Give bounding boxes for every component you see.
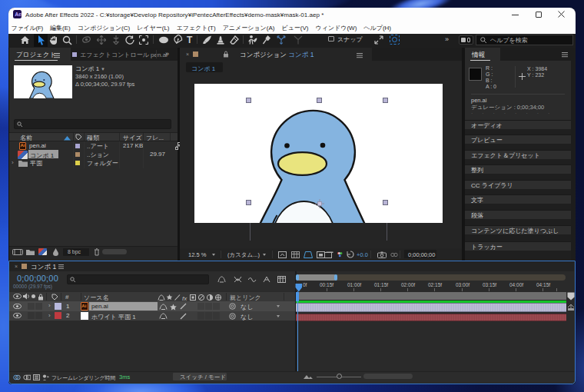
svg-text:fx: fx	[182, 294, 187, 301]
